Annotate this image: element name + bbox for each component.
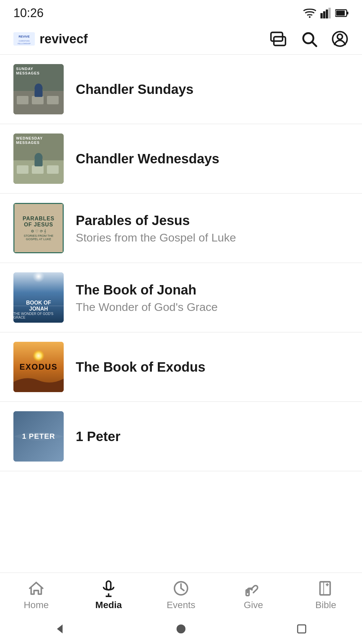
item-info: Parables of Jesus Stories from the Gospe… [76, 212, 236, 244]
list-item[interactable]: SUNDAYMESSAGES Chandler Sundays [0, 55, 362, 124]
svg-text:FELLOWSHIP: FELLOWSHIP [18, 43, 31, 45]
svg-rect-27 [17, 165, 28, 174]
back-button[interactable] [52, 621, 69, 637]
svg-line-15 [312, 42, 316, 46]
svg-rect-1 [320, 13, 323, 18]
app-header: REVIVE CHRISTIAN FELLOWSHIP revivecf [0, 23, 362, 55]
svg-rect-2 [323, 11, 325, 18]
give-icon [245, 580, 262, 597]
signal-icon [320, 8, 331, 18]
svg-marker-47 [57, 625, 63, 634]
item-thumbnail: EXODUS [13, 342, 64, 392]
header-logo[interactable]: REVIVE CHRISTIAN FELLOWSHIP revivecf [13, 32, 88, 46]
svg-rect-31 [35, 160, 43, 166]
svg-rect-6 [347, 12, 348, 15]
svg-text:CHRISTIAN: CHRISTIAN [19, 40, 29, 42]
battery-icon [335, 8, 349, 18]
item-subtitle: The Wonder of God's Grace [76, 301, 218, 314]
item-title: 1 Peter [76, 428, 120, 444]
item-info: 1 Peter [76, 428, 120, 444]
recent-button[interactable] [293, 621, 310, 637]
item-thumbnail: SUNDAYMESSAGES [13, 64, 64, 114]
svg-rect-7 [336, 11, 345, 15]
list-item[interactable]: PARABLESOF JESUS ⚙ ♡ ⟳ 𝄞 STORIES FROM TH… [0, 194, 362, 263]
svg-point-17 [337, 34, 342, 39]
item-subtitle: Stories from the Gospel of Luke [76, 231, 236, 244]
list-item[interactable]: BOOK OFJONAH THE WONDER OF GOD'S GRACE T… [0, 263, 362, 332]
svg-rect-24 [35, 90, 43, 97]
search-icon[interactable] [300, 30, 318, 48]
nav-bible[interactable]: Bible [301, 580, 351, 610]
svg-rect-22 [47, 96, 59, 104]
nav-home[interactable]: Home [11, 580, 61, 610]
nav-bible-label: Bible [315, 600, 336, 610]
home-button[interactable] [173, 621, 189, 637]
clock-icon [172, 580, 190, 597]
svg-point-0 [309, 16, 311, 18]
item-thumbnail: PARABLESOF JESUS ⚙ ♡ ⟳ 𝄞 STORIES FROM TH… [13, 203, 64, 253]
list-item[interactable]: WEDNESDAYMESSAGES Chandler Wednesdays [0, 124, 362, 194]
svg-point-33 [28, 272, 49, 292]
bottom-nav: Home Media Events Give [0, 573, 362, 614]
svg-point-23 [35, 84, 43, 93]
item-title: Chandler Sundays [76, 81, 193, 97]
svg-text:REVIVE: REVIVE [18, 35, 29, 38]
svg-rect-49 [298, 625, 306, 633]
item-thumbnail: BOOK OFJONAH THE WONDER OF GOD'S GRACE [13, 272, 64, 323]
item-info: Chandler Wednesdays [76, 151, 219, 167]
item-title: The Book of Jonah [76, 282, 218, 298]
item-title: Parables of Jesus [76, 212, 236, 228]
nav-give[interactable]: Give [228, 580, 279, 610]
nav-events-label: Events [167, 600, 195, 610]
app-title: revivecf [40, 32, 88, 46]
profile-icon[interactable] [331, 30, 349, 48]
svg-rect-19 [13, 91, 64, 114]
svg-rect-21 [32, 96, 44, 104]
list-item[interactable]: EXODUS The Book of Exodus [0, 332, 362, 402]
item-title: Chandler Wednesdays [76, 151, 219, 167]
svg-rect-43 [320, 582, 330, 595]
messages-icon[interactable] [269, 30, 287, 48]
revive-logo: REVIVE CHRISTIAN FELLOWSHIP [13, 32, 35, 46]
item-thumbnail: 1 PETER [13, 411, 64, 462]
mic-icon [100, 580, 117, 597]
svg-rect-29 [47, 165, 59, 174]
status-bar: 10:26 [0, 0, 362, 23]
status-icons [303, 8, 349, 18]
svg-rect-38 [107, 581, 111, 590]
nav-events[interactable]: Events [156, 580, 206, 610]
svg-point-48 [177, 625, 186, 634]
wifi-icon [303, 8, 316, 18]
series-list: SUNDAYMESSAGES Chandler Sundays WEDNESDA… [0, 55, 362, 573]
svg-rect-28 [32, 165, 44, 174]
nav-media-label: Media [95, 600, 122, 610]
android-nav [0, 614, 362, 644]
svg-rect-20 [17, 96, 28, 104]
header-actions [269, 30, 349, 48]
item-info: The Book of Exodus [76, 359, 205, 375]
nav-give-label: Give [244, 600, 263, 610]
item-thumbnail: WEDNESDAYMESSAGES [13, 133, 64, 184]
bible-icon [317, 580, 335, 597]
nav-home-label: Home [24, 600, 49, 610]
home-icon [27, 580, 45, 597]
svg-rect-4 [328, 8, 331, 18]
item-info: The Book of Jonah The Wonder of God's Gr… [76, 282, 218, 314]
item-title: The Book of Exodus [76, 359, 205, 375]
nav-media[interactable]: Media [83, 580, 134, 610]
list-item[interactable]: 1 PETER 1 Peter [0, 402, 362, 471]
status-time: 10:26 [13, 6, 44, 20]
svg-rect-3 [326, 9, 328, 18]
item-info: Chandler Sundays [76, 81, 193, 97]
